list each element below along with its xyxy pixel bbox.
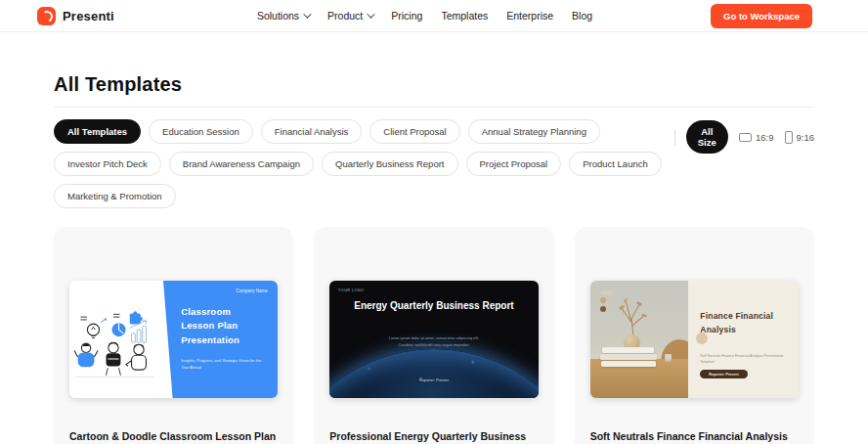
portrait-ratio-icon <box>785 131 793 144</box>
nav-item-enterprise[interactable]: Enterprise <box>506 10 553 22</box>
earth-globe-graphic <box>329 349 538 398</box>
slide-title: Energy Quarterly Business Report <box>346 298 521 313</box>
category-filters: All Templates Education Session Financia… <box>54 119 674 208</box>
landscape-ratio-icon <box>739 133 752 142</box>
filter-brand-awareness-campaign[interactable]: Brand Awareness Campaign <box>169 152 314 176</box>
slide-subtitle: Soft Neutrals Finance Financial Analysis… <box>700 353 793 365</box>
nav-item-solutions[interactable]: Solutions <box>257 10 309 22</box>
slide-text-panel: Finance Financial Analysis Soft Neutrals… <box>688 281 799 398</box>
template-title: Professional Energy Quarterly Business R… <box>329 429 538 444</box>
filter-project-proposal[interactable]: Project Proposal <box>466 152 562 176</box>
main-nav: Solutions Product Pricing Templates Ente… <box>257 10 592 22</box>
template-grid: Company Name Classroom Lesson Plan Prese… <box>54 227 814 444</box>
go-to-workspace-button[interactable]: Go to Workspace <box>711 4 812 28</box>
filter-ratio-16-9[interactable]: 16:9 <box>739 132 774 143</box>
chevron-down-icon <box>303 10 311 18</box>
slide-button: Reporter: Present <box>700 370 747 378</box>
filter-product-launch[interactable]: Product Launch <box>569 152 662 176</box>
divider <box>54 107 814 108</box>
template-title: Soft Neutrals Finance Financial Analysis… <box>590 429 799 444</box>
presenti-logo-icon <box>37 7 56 25</box>
size-filter-group: All Size 16:9 9:16 <box>674 119 814 154</box>
doodle-illustration <box>73 298 173 392</box>
template-preview-energy-report: YOUR LOGO Energy Quarterly Business Repo… <box>329 281 538 398</box>
filter-ratio-9-16[interactable]: 9:16 <box>785 131 815 144</box>
cup-graphic <box>665 354 672 362</box>
template-card-energy-report[interactable]: YOUR LOGO Energy Quarterly Business Repo… <box>314 227 553 444</box>
slide-logo-text: YOUR LOGO <box>338 289 365 292</box>
book-stack-graphic <box>600 346 657 367</box>
template-card-finance-analysis[interactable]: Finance Financial Analysis Soft Neutrals… <box>575 227 814 444</box>
filter-bar: All Templates Education Session Financia… <box>54 119 814 208</box>
template-preview-finance-analysis: Finance Financial Analysis Soft Neutrals… <box>590 281 799 398</box>
template-card-classroom[interactable]: Company Name Classroom Lesson Plan Prese… <box>54 227 293 444</box>
filter-education-session[interactable]: Education Session <box>149 119 253 144</box>
slide-company-name: Company Name <box>236 289 268 293</box>
nav-item-pricing[interactable]: Pricing <box>391 10 422 22</box>
brand[interactable]: Presenti <box>37 7 257 25</box>
nav-item-blog[interactable]: Blog <box>572 10 592 22</box>
slide-title: Classroom Lesson Plan Presentation <box>181 305 266 347</box>
nav-item-templates[interactable]: Templates <box>441 10 488 22</box>
chevron-down-icon <box>367 10 374 18</box>
filter-investor-pitch-deck[interactable]: Investor Pitch Deck <box>54 152 161 176</box>
top-navigation-bar: Presenti Solutions Product Pricing Templ… <box>0 0 868 32</box>
slide-footer-text: Reporter: Present <box>329 378 538 382</box>
filter-financial-analysis[interactable]: Financial Analysis <box>261 119 363 144</box>
filter-quarterly-business-report[interactable]: Quarterly Business Report <box>322 152 457 176</box>
templates-page: All Templates All Templates Education Se… <box>0 73 868 444</box>
page-title: All Templates <box>54 73 814 96</box>
filter-annual-strategy-planning[interactable]: Annual Strategy Planning <box>468 119 600 144</box>
filter-all-templates[interactable]: All Templates <box>54 119 141 144</box>
slide-subtitle: Insights, Progress, and Strategic Vision… <box>181 358 264 371</box>
nav-item-product[interactable]: Product <box>327 10 372 22</box>
slide-title: Finance Financial Analysis <box>700 309 791 337</box>
brand-name: Presenti <box>63 9 114 23</box>
template-title: Cartoon & Doodle Classroom Lesson Plan P… <box>69 429 278 444</box>
filter-client-proposal[interactable]: Client Proposal <box>369 119 459 144</box>
template-preview-classroom: Company Name Classroom Lesson Plan Prese… <box>69 281 278 398</box>
filter-all-size[interactable]: All Size <box>686 120 728 154</box>
divider <box>674 129 675 146</box>
slide-logo-dots <box>600 290 613 312</box>
filter-marketing-promotion[interactable]: Marketing & Promotion <box>54 184 176 208</box>
slide-subtitle: Lorem ipsum dolor sit amet, consectetur … <box>355 335 513 348</box>
